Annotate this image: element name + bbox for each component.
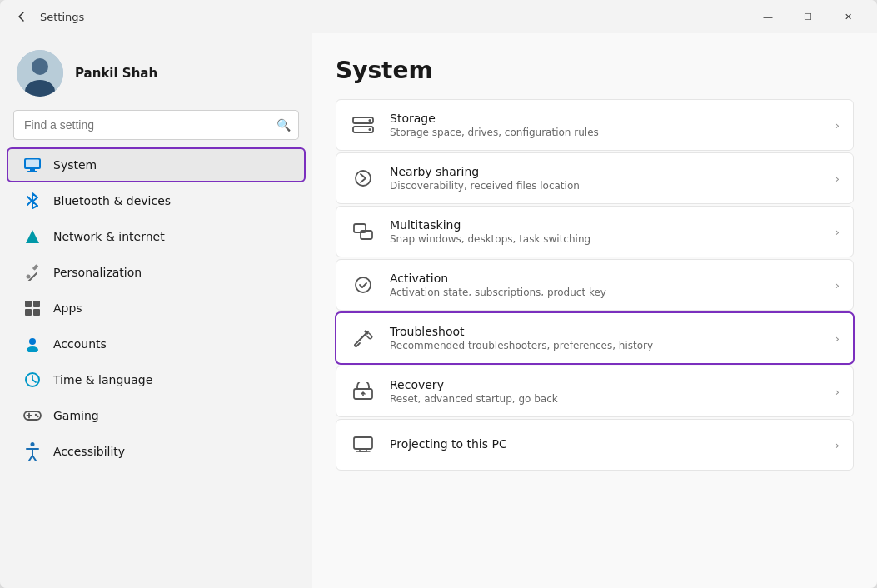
nearby-sharing-chevron: › [835, 172, 840, 185]
svg-point-28 [369, 119, 371, 122]
troubleshoot-text: Troubleshoot Recommended troubleshooters… [390, 325, 822, 351]
titlebar-left: Settings [10, 5, 740, 28]
sidebar-item-network[interactable]: Network & internet [7, 219, 306, 254]
avatar [17, 50, 63, 97]
settings-list: Storage Storage space, drives, configura… [336, 99, 854, 471]
svg-rect-35 [354, 437, 372, 449]
projecting-icon [350, 431, 376, 458]
apps-icon [23, 299, 42, 317]
activation-title: Activation [390, 272, 822, 285]
svg-rect-12 [33, 301, 40, 307]
svg-point-10 [27, 275, 31, 279]
nearby-sharing-text: Nearby sharing Discoverability, received… [390, 165, 822, 192]
sidebar-item-accounts[interactable]: Accounts [7, 326, 306, 361]
multitasking-chevron: › [835, 226, 840, 238]
troubleshoot-icon [350, 325, 376, 351]
troubleshoot-title: Troubleshoot [390, 325, 822, 338]
activation-icon [350, 272, 376, 298]
maximize-button[interactable]: ☐ [789, 3, 827, 30]
storage-item-text: Storage Storage space, drives, configura… [390, 112, 822, 138]
troubleshoot-chevron: › [835, 332, 840, 345]
svg-point-24 [37, 416, 38, 417]
svg-rect-4 [26, 160, 39, 167]
storage-icon [350, 112, 376, 138]
sidebar-label-network: Network & internet [53, 230, 165, 243]
sidebar-label-time: Time & language [53, 373, 152, 386]
sidebar-item-apps[interactable]: Apps [7, 291, 306, 326]
svg-point-15 [29, 338, 36, 345]
svg-line-19 [32, 380, 36, 382]
nearby-sharing-subtitle: Discoverability, received files location [390, 180, 822, 192]
settings-item-projecting[interactable]: Projecting to this PC › [336, 419, 854, 471]
titlebar: Settings — ☐ ✕ [0, 0, 877, 33]
settings-item-storage[interactable]: Storage Storage space, drives, configura… [336, 99, 854, 151]
sidebar-label-system: System [53, 158, 97, 172]
accounts-icon [23, 335, 42, 353]
sidebar: Pankil Shah 🔍 [0, 33, 312, 588]
svg-point-16 [27, 346, 38, 352]
projecting-text: Projecting to this PC [390, 437, 822, 452]
activation-text: Activation Activation state, subscriptio… [390, 272, 822, 298]
svg-rect-13 [25, 309, 32, 316]
close-button[interactable]: ✕ [829, 3, 867, 30]
sidebar-item-system[interactable]: System [7, 147, 306, 182]
main-content: System Storage Storage space, d [312, 33, 877, 588]
settings-item-nearby-sharing[interactable]: Nearby sharing Discoverability, received… [336, 152, 854, 204]
projecting-title: Projecting to this PC [390, 437, 822, 451]
username: Pankil Shah [75, 66, 157, 81]
sidebar-item-personalization[interactable]: Personalization [7, 255, 306, 290]
settings-item-activation[interactable]: Activation Activation state, subscriptio… [336, 259, 854, 311]
recovery-chevron: › [835, 386, 840, 398]
settings-window: Settings — ☐ ✕ Pankil Shah [0, 0, 877, 588]
svg-point-30 [356, 171, 371, 186]
back-button[interactable] [10, 5, 33, 28]
sidebar-item-gaming[interactable]: Gaming [7, 398, 306, 433]
nearby-sharing-icon [350, 165, 376, 192]
sidebar-item-bluetooth[interactable]: Bluetooth & devices [7, 183, 306, 218]
sidebar-nav: System Bluetooth & devices [0, 147, 312, 470]
accessibility-icon [23, 442, 42, 461]
sidebar-label-bluetooth: Bluetooth & devices [53, 194, 171, 207]
svg-rect-11 [25, 301, 32, 307]
svg-point-1 [32, 58, 48, 75]
user-section: Pankil Shah [0, 33, 312, 110]
svg-point-33 [356, 277, 371, 292]
page-title: System [336, 57, 854, 84]
recovery-title: Recovery [390, 378, 822, 391]
gaming-icon [23, 406, 42, 425]
content-area: Pankil Shah 🔍 [0, 33, 877, 588]
personalization-icon [23, 263, 42, 282]
svg-rect-5 [30, 169, 35, 171]
svg-rect-9 [32, 264, 39, 271]
minimize-button[interactable]: — [749, 3, 787, 30]
time-icon [23, 371, 42, 389]
sidebar-item-accessibility[interactable]: Accessibility [7, 434, 306, 469]
storage-subtitle: Storage space, drives, configuration rul… [390, 127, 822, 138]
multitasking-text: Multitasking Snap windows, desktops, tas… [390, 218, 822, 245]
settings-item-multitasking[interactable]: Multitasking Snap windows, desktops, tas… [336, 206, 854, 257]
activation-chevron: › [835, 279, 840, 292]
system-icon [23, 156, 42, 174]
settings-item-troubleshoot[interactable]: Troubleshoot Recommended troubleshooters… [336, 312, 854, 364]
titlebar-title: Settings [40, 11, 84, 23]
multitasking-subtitle: Snap windows, desktops, task switching [390, 233, 822, 245]
svg-point-23 [35, 414, 37, 416]
sidebar-label-accessibility: Accessibility [53, 445, 125, 458]
settings-item-recovery[interactable]: Recovery Reset, advanced startup, go bac… [336, 366, 854, 417]
search-icon: 🔍 [277, 118, 291, 132]
projecting-chevron: › [835, 439, 840, 451]
sidebar-item-time[interactable]: Time & language [7, 362, 306, 397]
search-box: 🔍 [13, 110, 299, 140]
nearby-sharing-title: Nearby sharing [390, 165, 822, 178]
activation-subtitle: Activation state, subscriptions, product… [390, 287, 822, 298]
multitasking-title: Multitasking [390, 218, 822, 232]
troubleshoot-subtitle: Recommended troubleshooters, preferences… [390, 340, 822, 351]
svg-point-25 [31, 442, 35, 446]
sidebar-label-gaming: Gaming [53, 409, 99, 422]
search-input[interactable] [13, 110, 299, 140]
multitasking-icon [350, 218, 376, 245]
svg-rect-14 [33, 309, 40, 316]
storage-chevron: › [835, 119, 840, 132]
window-controls: — ☐ ✕ [749, 3, 867, 30]
recovery-icon [350, 378, 376, 405]
